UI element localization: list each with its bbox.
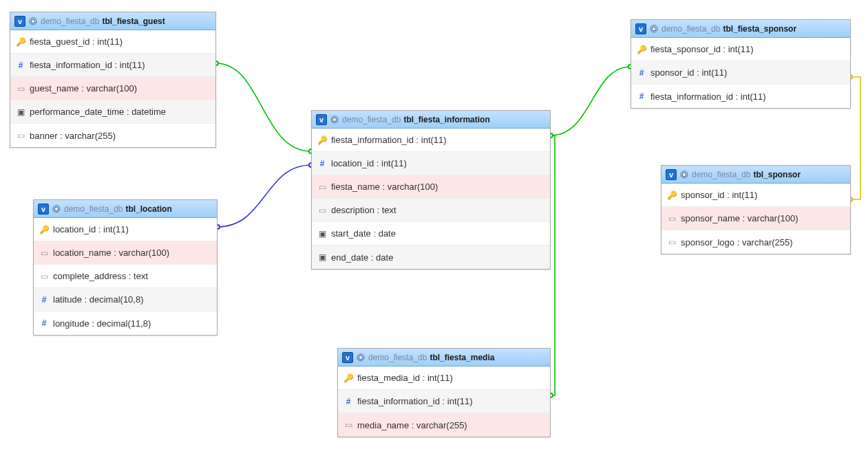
gear-icon[interactable] (679, 170, 689, 179)
column-row[interactable]: # fiesta_information_id : int(11) (338, 390, 550, 413)
column-row[interactable]: ▭ banner : varchar(255) (10, 124, 215, 147)
column-label: banner : varchar(255) (30, 131, 116, 141)
column-row[interactable]: ▭ description : text (312, 199, 550, 222)
column-label: sponsor_logo : varchar(255) (681, 237, 793, 248)
column-label: fiesta_information_id : int(11) (650, 91, 766, 102)
table-name: tbl_fiesta_guest (102, 17, 165, 26)
date-icon: ▣ (317, 252, 327, 262)
key-icon: 🔑 (343, 373, 353, 383)
table-header[interactable]: v demo_fiesta_db tbl_sponsor (661, 166, 850, 184)
gear-icon[interactable] (649, 24, 659, 34)
column-label: fiesta_guest_id : int(11) (30, 36, 123, 47)
column-label: latitude : decimal(10,8) (53, 294, 144, 305)
database-name: demo_fiesta_db (64, 204, 123, 214)
column-label: fiesta_sponsor_id : int(11) (650, 44, 754, 54)
column-label: sponsor_name : varchar(100) (681, 213, 798, 223)
column-label: performance_date_time : datetime (30, 107, 166, 117)
engine-badge: v (38, 204, 49, 215)
gear-icon[interactable] (28, 17, 38, 26)
engine-badge: v (635, 23, 646, 34)
column-row[interactable]: 🔑 location_id : int(11) (34, 218, 217, 241)
text-icon: ▭ (667, 214, 677, 223)
svg-point-4 (652, 27, 655, 30)
table-header[interactable]: v demo_fiesta_db tbl_fiesta_information (312, 111, 550, 129)
column-row[interactable]: ▭ sponsor_name : varchar(100) (661, 207, 850, 230)
column-row[interactable]: ▭ guest_name : varchar(100) (10, 77, 215, 100)
hash-icon: # (637, 91, 646, 101)
svg-point-1 (54, 207, 58, 210)
column-label: complete_address : text (53, 271, 148, 281)
column-label: fiesta_information_id : int(11) (30, 60, 145, 70)
column-row[interactable]: ▣ start_date : date (312, 222, 550, 245)
column-row[interactable]: # fiesta_information_id : int(11) (10, 54, 215, 77)
db-table-tbl_location[interactable]: v demo_fiesta_db tbl_location 🔑 location… (33, 199, 218, 336)
column-row[interactable]: 🔑 fiesta_sponsor_id : int(11) (631, 38, 850, 61)
engine-badge: v (14, 16, 25, 27)
column-row[interactable]: ▭ fiesta_name : varchar(100) (312, 175, 550, 199)
column-row[interactable]: 🔑 fiesta_information_id : int(11) (312, 129, 550, 152)
column-label: location_id : int(11) (331, 158, 407, 168)
db-table-tbl_fiesta_media[interactable]: v demo_fiesta_db tbl_fiesta_media 🔑 fies… (337, 348, 551, 437)
database-name: demo_fiesta_db (41, 17, 99, 26)
text-icon: ▭ (667, 237, 677, 247)
column-label: fiesta_name : varchar(100) (331, 182, 438, 192)
column-row[interactable]: 🔑 fiesta_media_id : int(11) (338, 366, 550, 390)
db-table-tbl_fiesta_information[interactable]: v demo_fiesta_db tbl_fiesta_information … (311, 110, 551, 270)
column-row[interactable]: # location_id : int(11) (312, 152, 550, 175)
db-table-tbl_sponsor[interactable]: v demo_fiesta_db tbl_sponsor 🔑 sponsor_i… (661, 165, 851, 254)
text-icon: ▭ (39, 248, 49, 258)
hash-icon: # (16, 61, 25, 70)
table-header[interactable]: v demo_fiesta_db tbl_location (34, 200, 217, 218)
column-row[interactable]: ▣ performance_date_time : datetime (10, 100, 215, 124)
key-icon: 🔑 (317, 135, 327, 145)
column-row[interactable]: ▭ location_name : varchar(100) (34, 241, 217, 265)
table-header[interactable]: v demo_fiesta_db tbl_fiesta_sponsor (631, 20, 850, 38)
key-icon: 🔑 (667, 190, 677, 200)
svg-point-3 (359, 355, 362, 359)
column-row[interactable]: 🔑 fiesta_guest_id : int(11) (10, 30, 215, 54)
column-row[interactable]: ▭ media_name : varchar(255) (338, 413, 550, 437)
key-icon: 🔑 (16, 37, 25, 47)
database-name: demo_fiesta_db (661, 24, 720, 34)
text-icon: ▭ (343, 420, 353, 430)
date-icon: ▣ (16, 107, 25, 117)
svg-point-5 (682, 173, 686, 176)
gear-icon[interactable] (356, 353, 366, 362)
text-icon: ▭ (16, 131, 25, 140)
column-row[interactable]: # sponsor_id : int(11) (631, 61, 850, 85)
text-icon: ▭ (317, 182, 327, 192)
column-label: fiesta_media_id : int(11) (357, 373, 453, 383)
text-icon: ▭ (16, 84, 25, 94)
column-row[interactable]: ▭ complete_address : text (34, 265, 217, 288)
engine-badge: v (342, 352, 353, 363)
column-row[interactable]: # longitude : decimal(11,8) (34, 311, 217, 335)
table-header[interactable]: v demo_fiesta_db tbl_fiesta_guest (10, 12, 215, 30)
db-table-tbl_fiesta_sponsor[interactable]: v demo_fiesta_db tbl_fiesta_sponsor 🔑 fi… (631, 19, 851, 109)
table-header[interactable]: v demo_fiesta_db tbl_fiesta_media (338, 349, 550, 366)
column-label: sponsor_id : int(11) (650, 67, 727, 78)
gear-icon[interactable] (52, 204, 61, 214)
db-table-tbl_fiesta_guest[interactable]: v demo_fiesta_db tbl_fiesta_guest 🔑 fies… (10, 12, 216, 148)
date-icon: ▣ (317, 229, 327, 239)
column-row[interactable]: ▣ end_date : date (312, 245, 550, 269)
column-row[interactable]: 🔑 sponsor_id : int(11) (661, 184, 850, 207)
column-label: description : text (331, 205, 396, 215)
database-name: demo_fiesta_db (342, 115, 401, 124)
column-row[interactable]: # latitude : decimal(10,8) (34, 288, 217, 311)
column-label: media_name : varchar(255) (357, 420, 467, 430)
column-row[interactable]: # fiesta_information_id : int(11) (631, 85, 850, 108)
gear-icon[interactable] (330, 115, 339, 124)
database-name: demo_fiesta_db (368, 353, 427, 362)
key-icon: 🔑 (637, 45, 646, 54)
column-label: end_date : date (331, 252, 393, 263)
table-name: tbl_fiesta_information (403, 115, 489, 124)
svg-point-0 (31, 19, 34, 23)
column-row[interactable]: ▭ sponsor_logo : varchar(255) (661, 230, 850, 254)
engine-badge: v (666, 169, 677, 180)
column-label: sponsor_id : int(11) (681, 190, 757, 200)
hash-icon: # (39, 295, 49, 305)
column-label: longitude : decimal(11,8) (53, 318, 151, 329)
hash-icon: # (343, 397, 353, 406)
column-label: location_name : varchar(100) (53, 248, 169, 258)
key-icon: 🔑 (39, 225, 49, 234)
